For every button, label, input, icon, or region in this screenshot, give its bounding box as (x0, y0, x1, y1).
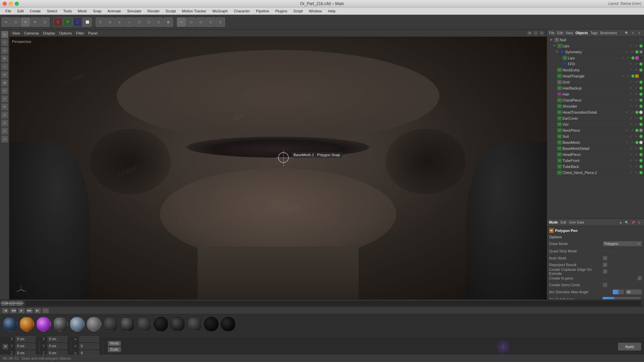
attr-arc-sub-slider[interactable] (603, 297, 641, 299)
attr-draw-mode-value[interactable]: Polygons (603, 241, 642, 246)
menu-select[interactable]: Select (44, 8, 60, 14)
obj-vis-earcover[interactable]: ✓ (629, 116, 633, 121)
tl-fwd-btn[interactable]: ▶▶ (26, 308, 33, 313)
viewport-menu-view[interactable]: View (12, 31, 20, 35)
toolbar-render1-btn[interactable]: ⬡ (96, 17, 105, 27)
viewport-icon-1[interactable]: ⊞ (527, 31, 532, 36)
toolbar-render6-btn[interactable]: ⬡ (144, 17, 154, 27)
menu-plugins[interactable]: Plugins (272, 8, 290, 14)
toolbar-snap-btn[interactable]: ⬡ (186, 17, 196, 27)
tool-scale[interactable]: ⬡ (1, 47, 8, 54)
toolbar-poly-pen-btn[interactable]: ✏ (177, 17, 186, 27)
obj-item-lips[interactable]: ▼ L Lips ✓ ✓ (547, 43, 644, 49)
obj-vis-neckpiece[interactable]: ✓ (625, 128, 629, 133)
toolbar-y-axis[interactable]: Y (63, 17, 72, 27)
toolbar-rotate-btn[interactable]: ↻ (31, 17, 40, 27)
obj-vis-basemesh[interactable]: ✓ (625, 140, 629, 145)
obj-rend-bmd[interactable]: ✓ (634, 146, 639, 151)
obj-vis-vizr[interactable]: ✓ (629, 122, 633, 127)
tl-next-btn[interactable]: ▶| (34, 308, 41, 313)
viewport-menu-filter[interactable]: Filter (76, 31, 84, 35)
obj-vis-chestpiece[interactable]: ✓ (629, 98, 633, 103)
obj-search-icon[interactable]: 🔍 (624, 31, 629, 36)
obj-tab-edit[interactable]: Edit (557, 31, 563, 35)
tool-paint[interactable]: ✏ (1, 71, 8, 78)
transform-z-field[interactable]: 0 cm (15, 350, 36, 356)
obj-tab-file[interactable]: File (549, 31, 554, 35)
obj-vis-grid[interactable]: ✓ (629, 80, 633, 84)
obj-rend-basemesh[interactable]: ✓ (630, 140, 635, 145)
mat-item-metalml[interactable]: MetalMl (53, 317, 68, 331)
obj-rend-shoulder[interactable]: ✓ (634, 104, 639, 109)
mat-item-glass2[interactable]: Glass (70, 317, 85, 331)
obj-tab-tags[interactable]: Tags (591, 31, 598, 35)
obj-item-hairbackup[interactable]: M HairBackup ✓ ✓ (547, 85, 644, 91)
obj-vis-tubeback[interactable]: ✓ (629, 164, 633, 169)
obj-rend-grid[interactable]: ✓ (634, 80, 639, 84)
obj-rend-earcover[interactable]: ✓ (634, 116, 639, 121)
toolbar-undo-btn[interactable]: ↩ (1, 17, 11, 27)
obj-vis-htd[interactable]: ✓ (625, 110, 629, 115)
close-button[interactable] (3, 2, 7, 6)
transform-x-field[interactable]: 0 cm (15, 336, 36, 342)
obj-rend-suit[interactable]: ✓ (634, 134, 639, 139)
transform-b-field[interactable]: 0 (79, 350, 99, 356)
toolbar-extra2-btn[interactable]: ⬡ (216, 17, 225, 27)
toolbar-sculpt-btn[interactable]: ⬡ (196, 17, 206, 27)
toolbar-live-select-btn[interactable]: ⬡ (11, 17, 20, 27)
obj-tab-view[interactable]: View (566, 31, 573, 35)
obj-tab-bookmarks[interactable]: Bookmarks (600, 31, 617, 35)
anim-texture-btn[interactable]: Texture (16, 301, 23, 306)
obj-collapse-icon[interactable]: ▼ (637, 31, 642, 36)
toolbar-render7-btn[interactable]: ⬡ (154, 17, 163, 27)
tool-sculpt2[interactable]: ⬡ (1, 95, 8, 103)
attr-settings-icon[interactable]: ⚙ (637, 220, 642, 225)
menu-edit[interactable]: Edit (15, 8, 26, 14)
viewport-menu-panel[interactable]: Panel (88, 31, 98, 35)
obj-item-earcover[interactable]: M EarCover ✓ ✓ (547, 115, 644, 121)
obj-item-headtransitiondetail[interactable]: M HeadTransitionDetail ✓ ✓ (547, 109, 644, 115)
toolbar-render4-btn[interactable]: ▶ (125, 17, 134, 27)
minimize-button[interactable] (9, 2, 13, 6)
anim-function-btn[interactable]: Function (9, 301, 15, 306)
obj-vis-hair[interactable]: ✓ (629, 92, 633, 97)
obj-vis-neckextra[interactable]: ✓ (629, 68, 633, 72)
obj-rend-headtriangle[interactable]: ✓ (626, 74, 631, 78)
obj-ctrl-null-1[interactable]: ✓ (638, 38, 643, 42)
tool-extra1[interactable]: ⬡ (1, 111, 8, 119)
tool-magnet[interactable]: ⬡ (1, 87, 8, 95)
toolbar-render2-btn[interactable]: ⬡ (105, 17, 115, 27)
attr-reproject-checkbox[interactable]: ✓ (603, 262, 607, 267)
obj-item-lips-sub[interactable]: M Lips ✓ ✓ (547, 55, 644, 61)
transform-y-field[interactable]: 0 cm (15, 343, 36, 349)
obj-vis-shoulder[interactable]: ✓ (629, 104, 633, 109)
mat-item-emissive1[interactable]: Emissive (19, 317, 34, 331)
obj-vis-suit[interactable]: ✓ (629, 134, 633, 139)
obj-rend-hairbackup[interactable]: ✓ (634, 86, 639, 90)
toolbar-render5-btn[interactable]: ⬡ (135, 17, 144, 27)
obj-item-headpiece[interactable]: M HeadPiece ✓ ✓ (547, 152, 644, 158)
attr-semicircle-checkbox[interactable] (603, 283, 607, 287)
obj-rend-chestpiece[interactable]: ✓ (634, 98, 639, 103)
toolbar-z-axis[interactable]: Z (73, 17, 82, 27)
attr-coplanar-checkbox[interactable]: ✓ (603, 269, 607, 274)
mat-item-jacket[interactable]: Jacket (154, 317, 168, 331)
tool-move[interactable]: + (1, 39, 8, 46)
obj-item-basemeshdetail[interactable]: M BaseMeshDetail ✓ ✓ (547, 145, 644, 152)
transform-sy-field[interactable]: 0 cm (47, 343, 67, 349)
obj-rend-ffd[interactable]: ✓ (634, 62, 639, 66)
menu-mograph[interactable]: MoGraph (210, 8, 230, 14)
mat-item-skin[interactable]: Skin (137, 317, 152, 331)
obj-tab-objects[interactable]: Objects (576, 31, 588, 35)
menu-window[interactable]: Window (306, 8, 325, 14)
obj-rend-tubeback[interactable]: ✓ (634, 164, 639, 169)
obj-item-vizr[interactable]: M Vizr ✓ ✓ (547, 121, 644, 127)
obj-item-tubeback[interactable]: M TubeBack ✓ ✓ (547, 164, 644, 170)
transform-icon[interactable]: ⊞ (3, 344, 8, 349)
obj-item-grid[interactable]: G Grid ✓ ✓ (547, 79, 644, 85)
apply-button[interactable]: Apply (618, 343, 641, 351)
mat-item-chrome[interactable]: Chrome (120, 317, 135, 331)
obj-item-basemesh[interactable]: M BaseMesh ✓ ✓ (547, 139, 644, 145)
attr-auto-weld-checkbox[interactable]: ✓ (603, 256, 607, 260)
menu-sculpt[interactable]: Sculpt (163, 8, 179, 14)
